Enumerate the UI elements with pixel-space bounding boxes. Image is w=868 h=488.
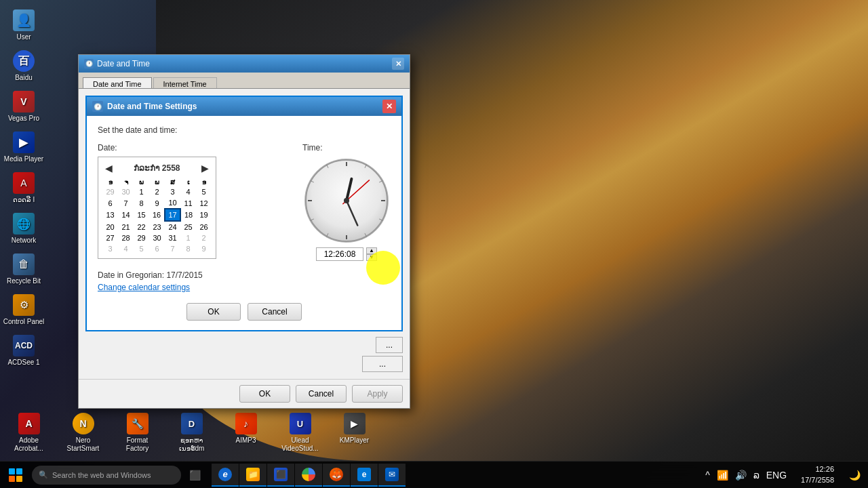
- cal-day[interactable]: 30: [118, 186, 134, 197]
- cal-day[interactable]: 7: [165, 243, 180, 254]
- bottom-icon-adobe[interactable]: A Adobe Acrobat...: [7, 410, 51, 455]
- cal-day[interactable]: 10: [165, 197, 180, 209]
- cal-day[interactable]: 8: [180, 243, 196, 254]
- time-input-area[interactable]: ▲ ▼: [316, 247, 377, 261]
- inner-cancel-button[interactable]: Cancel: [248, 303, 302, 321]
- cal-day[interactable]: 13: [102, 209, 118, 221]
- bottom-icon-ulead[interactable]: U Ulead VideoStud...: [278, 410, 322, 455]
- bottom-icon-kmplayer[interactable]: ▶ KMPlayer: [332, 410, 376, 455]
- taskbar-clock[interactable]: 12:26 17/7/2558: [794, 464, 841, 485]
- desktop-icon-vegas[interactable]: V Vegas Pro: [2, 88, 46, 125]
- cal-prev-button[interactable]: ◀: [102, 161, 115, 175]
- ellipsis-button2[interactable]: ...: [362, 356, 403, 372]
- cal-day[interactable]: 5: [134, 243, 149, 254]
- folder-icon: 📁: [246, 468, 260, 481]
- cal-day[interactable]: 1: [180, 232, 196, 243]
- tab-internettime[interactable]: Internet Time: [153, 77, 217, 88]
- time-input[interactable]: [316, 247, 363, 261]
- cal-day[interactable]: 22: [134, 221, 149, 232]
- taskbar-files-button[interactable]: 📁: [239, 464, 267, 487]
- taskbar-ie-button[interactable]: e: [212, 464, 239, 487]
- cal-day[interactable]: 23: [149, 221, 165, 232]
- tray-ime-icon[interactable]: ລ: [751, 468, 762, 482]
- cal-day[interactable]: 3: [165, 186, 180, 197]
- cal-next-button[interactable]: ▶: [199, 161, 212, 175]
- taskbar-search[interactable]: 🔍 Search the web and Windows: [32, 466, 181, 485]
- desktop-icon-user[interactable]: 👤 User: [2, 7, 46, 44]
- desktop-icon-adobe-lao[interactable]: A ດວດລີ I: [2, 169, 46, 207]
- taskbar-store-button[interactable]: ⬛: [267, 464, 294, 487]
- cal-day[interactable]: 6: [102, 197, 118, 209]
- cal-day[interactable]: 26: [196, 221, 212, 232]
- cal-day[interactable]: 2: [149, 186, 165, 197]
- desktop-icon-media-player[interactable]: ▶ Media Player: [2, 129, 46, 166]
- start-button[interactable]: [0, 462, 31, 489]
- bottom-icon-nero[interactable]: N Nero StartSmart: [61, 410, 105, 455]
- cal-day[interactable]: 2: [196, 232, 212, 243]
- cal-day[interactable]: 4: [180, 186, 196, 197]
- cal-day[interactable]: 15: [134, 209, 149, 221]
- cal-day[interactable]: 1: [134, 186, 149, 197]
- tab-datetime[interactable]: Date and Time: [83, 77, 152, 88]
- cal-day[interactable]: 7: [118, 197, 134, 209]
- cal-day[interactable]: 11: [180, 197, 196, 209]
- bottom-icon-aimp3[interactable]: ♪ AIMP3: [224, 410, 268, 455]
- cal-day[interactable]: 16: [149, 209, 165, 221]
- cal-day-selected[interactable]: 17: [165, 209, 180, 221]
- cal-day[interactable]: 5: [196, 186, 212, 197]
- cal-day[interactable]: 25: [180, 221, 196, 232]
- tray-lang-icon[interactable]: ENG: [764, 468, 789, 482]
- cal-day[interactable]: 27: [102, 232, 118, 243]
- desktop-icon-control-panel[interactable]: ⚙ Control Panel: [2, 291, 46, 329]
- taskbar-chrome-button[interactable]: [295, 464, 322, 487]
- outer-close-button[interactable]: ✕: [392, 58, 404, 70]
- cal-day[interactable]: 18: [180, 209, 196, 221]
- ellipsis-button[interactable]: ...: [376, 337, 403, 353]
- cal-day[interactable]: 9: [149, 197, 165, 209]
- cal-day[interactable]: 4: [118, 243, 134, 254]
- outer-titlebar[interactable]: 🕐 Date and Time ✕: [79, 55, 410, 73]
- cal-day[interactable]: 31: [165, 232, 180, 243]
- inner-titlebar[interactable]: 🕐 Date and Time Settings ✕: [87, 97, 401, 116]
- desktop-icon-network[interactable]: 🌐 Network: [2, 210, 46, 247]
- cal-day[interactable]: 6: [149, 243, 165, 254]
- outer-ok-button[interactable]: OK: [239, 385, 290, 403]
- taskbar-firefox-button[interactable]: 🦊: [323, 464, 350, 487]
- desktop-icon-baidu[interactable]: 百 Baidu: [2, 47, 46, 85]
- tray-chevron[interactable]: ^: [703, 468, 712, 482]
- outer-cancel-button[interactable]: Cancel: [296, 385, 347, 403]
- date-time-settings-dialog[interactable]: 🕐 Date and Time Settings ✕ Set the date …: [85, 96, 403, 331]
- tray-volume-icon[interactable]: 🔊: [733, 468, 749, 482]
- desktop-icon-recycle[interactable]: 🗑 Recycle Bit: [2, 251, 46, 288]
- date-time-outer-dialog[interactable]: 🕐 Date and Time ✕ Date and Time Internet…: [78, 54, 410, 409]
- taskbar-mail-button[interactable]: ✉: [378, 464, 406, 487]
- cal-day[interactable]: 28: [118, 232, 134, 243]
- time-spin-up[interactable]: ▲: [366, 247, 377, 254]
- desktop-icon-acdsee[interactable]: ACD ACDSee 1: [2, 332, 46, 369]
- notification-center-button[interactable]: 🌙: [841, 462, 868, 489]
- taskbar-edge-button[interactable]: e: [351, 464, 378, 487]
- bottom-icon-divx[interactable]: D ຊອກຫາ ເນອຣ໌dm: [170, 410, 214, 455]
- cal-day[interactable]: 9: [196, 243, 212, 254]
- tray-network-icon[interactable]: 📶: [715, 468, 730, 482]
- cal-day[interactable]: 21: [118, 221, 134, 232]
- cal-day[interactable]: 30: [149, 232, 165, 243]
- cal-day[interactable]: 19: [196, 209, 212, 221]
- cal-header-sun: ອ: [102, 178, 118, 186]
- cal-day[interactable]: 3: [102, 243, 118, 254]
- outer-apply-button[interactable]: Apply: [352, 385, 403, 403]
- cal-day[interactable]: 12: [196, 197, 212, 209]
- time-spin-buttons[interactable]: ▲ ▼: [366, 247, 377, 261]
- cal-day[interactable]: 29: [134, 232, 149, 243]
- cal-day[interactable]: 14: [118, 209, 134, 221]
- bottom-icon-format-factory[interactable]: 🔧 Format Factory: [115, 410, 159, 455]
- task-view-button[interactable]: ⬛: [181, 462, 208, 489]
- cal-day[interactable]: 24: [165, 221, 180, 232]
- change-calendar-link[interactable]: Change calendar settings: [98, 283, 190, 292]
- cal-day[interactable]: 20: [102, 221, 118, 232]
- inner-ok-button[interactable]: OK: [186, 303, 241, 321]
- cal-day[interactable]: 29: [102, 186, 118, 197]
- inner-close-button[interactable]: ✕: [382, 100, 396, 113]
- cal-day[interactable]: 8: [134, 197, 149, 209]
- time-spin-down[interactable]: ▼: [366, 254, 377, 261]
